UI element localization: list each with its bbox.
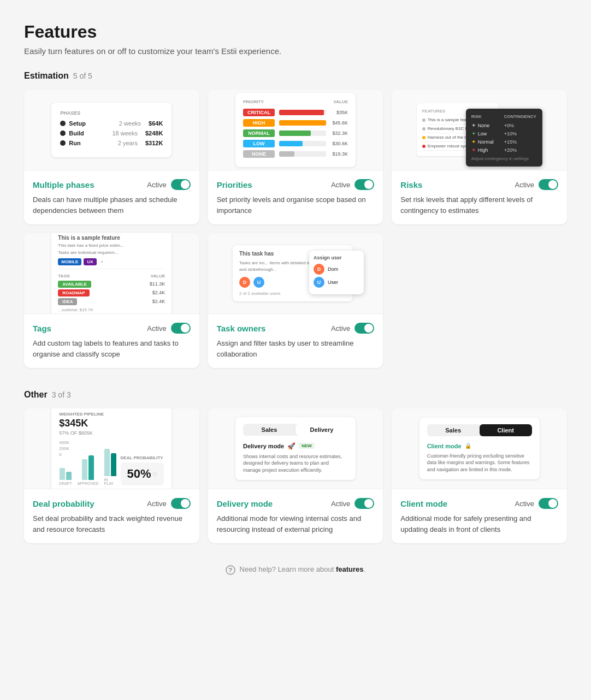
assign-avatar-user: U <box>314 277 324 288</box>
prio-label-none: NONE <box>243 150 275 158</box>
prio-val-low: $30.6K <box>330 141 348 146</box>
prio-row-normal: NORMAL $32.3K <box>243 129 348 137</box>
task-owners-desc: Assign and filter tasks by user to strea… <box>217 338 375 359</box>
prio-row-low: LOW $30.6K <box>243 140 348 147</box>
delivery-mode-toggle[interactable] <box>354 498 374 509</box>
tags-col-label: TAGS <box>58 274 70 278</box>
risks-overlay-low-label: ✦ Low <box>471 130 504 137</box>
deal-bars-area: DRAFT APPROVED <box>59 458 116 485</box>
deal-label-approved: APPROVED <box>78 482 99 485</box>
delivery-mode-desc-card: Additional mode for viewing internal cos… <box>217 513 375 535</box>
deal-chart: 400K 200K 0 DRAFT <box>59 440 116 485</box>
client-mode-body: Client mode Active Additional mode for s… <box>392 489 567 543</box>
client-mode-preview-desc: Customer-friendly pricing excluding sens… <box>427 453 532 473</box>
assign-user-dom: D Dom <box>314 264 359 275</box>
delivery-tab-sales[interactable]: Sales <box>243 424 296 436</box>
task-owners-card: This task has Tasks are inc... items wit… <box>208 233 383 368</box>
tags-val-roadmap: $2.4K <box>152 290 166 295</box>
client-tab-sales[interactable]: Sales <box>427 424 480 436</box>
prio-bar-high <box>279 120 326 126</box>
risks-overlay-high-label: ✦ High <box>471 147 504 153</box>
deal-probability-toggle[interactable] <box>171 498 191 509</box>
deal-probability-status: Active <box>147 500 166 508</box>
deal-probability-preview: WEIGHTED PIPELINE $345K 57% OF $605K 400… <box>24 408 199 489</box>
assign-name-dom: Dom <box>328 266 338 272</box>
risks-overlay-col1: RISK <box>471 114 504 119</box>
deal-sub: 57% OF $605K <box>59 430 164 436</box>
delivery-preview-content: Sales Delivery Delivery mode 🚀 NEW Shows… <box>235 417 356 480</box>
risks-overlay-low: ✦ Low +10% <box>471 130 537 137</box>
tags-card: This is a sample feature This task has a… <box>24 233 199 368</box>
priorities-header-row: Priorities Active <box>217 179 375 190</box>
tags-val-idea: $2.4K <box>152 299 166 304</box>
task-owners-status: Active <box>331 324 350 333</box>
prio-val-normal: $32.3K <box>330 130 348 136</box>
tags-feature-detail: Tasks are individual requirem... <box>58 250 165 255</box>
prio-label-critical: CRITICAL <box>243 109 275 116</box>
page-subtitle: Easily turn features on or off to custom… <box>24 46 567 56</box>
client-tab-client[interactable]: Client <box>480 424 532 436</box>
tags-table-header: TAGS VALUE <box>58 274 165 278</box>
risks-overlay-normal-label: ✦ Normal <box>471 139 504 145</box>
tags-title: Tags <box>33 324 143 333</box>
tags-preview: This is a sample feature This task has a… <box>24 233 199 314</box>
deal-pct: 50% <box>127 467 151 481</box>
delivery-mode-row: Delivery mode 🚀 NEW <box>243 442 348 450</box>
prio-val-none: $19.3K <box>330 151 348 157</box>
delivery-tab-delivery[interactable]: Delivery <box>296 424 348 436</box>
delivery-mode-icon: 🚀 <box>287 442 296 450</box>
prio-val-critical: $35K <box>330 110 348 115</box>
priorities-status: Active <box>331 181 350 189</box>
footer-features-link[interactable]: features <box>336 565 364 573</box>
tags-desc: Add custom tag labels to features and ta… <box>33 338 191 359</box>
risks-dot-3 <box>422 136 425 139</box>
deal-pct-icon: ○ <box>152 469 158 479</box>
risks-status: Active <box>515 181 534 189</box>
risks-toggle[interactable] <box>539 179 558 190</box>
tags-row-available: AVAILABLE $11.3K <box>58 281 165 288</box>
tag-chip-available: AVAILABLE <box>58 281 91 288</box>
deal-bar-approved-bars <box>82 455 94 480</box>
deal-bar-draft-2 <box>66 472 72 480</box>
client-lock-icon: 🔒 <box>465 443 471 449</box>
phases-preview-content: PHASES Setup 2 weeks $64K Build 18 weeks… <box>51 103 172 157</box>
task-owners-title: Task owners <box>217 324 327 333</box>
tag-chip-blue: MOBILE <box>58 258 81 265</box>
risks-overlay-none-label: ✦ None <box>471 122 504 128</box>
deal-probability-card: WEIGHTED PIPELINE $345K 57% OF $605K 400… <box>24 408 199 543</box>
delivery-mode-label: Delivery mode <box>243 443 284 449</box>
tag-chip-idea: IDEA <box>58 298 77 305</box>
task-owners-preview: This task has Tasks are inc... items wit… <box>208 233 383 314</box>
priorities-toggle[interactable] <box>354 179 374 190</box>
multiple-phases-title: Multiple phases <box>33 180 143 189</box>
phase-row-run: Run 2 years $312K <box>60 140 163 146</box>
delivery-mode-title: Delivery mode <box>217 499 327 508</box>
tags-toggle[interactable] <box>171 323 191 334</box>
deal-bar-approved-2 <box>88 455 94 480</box>
prio-row-none: NONE $19.3K <box>243 150 348 158</box>
tags-add[interactable]: + <box>101 259 104 264</box>
priorities-desc: Set priority levels and organise scope b… <box>217 194 375 216</box>
multiple-phases-toggle[interactable] <box>171 179 191 190</box>
priorities-col2: VALUE <box>333 99 348 104</box>
client-mode-toggle[interactable] <box>539 498 558 509</box>
multiple-phases-header-row: Multiple phases Active <box>33 179 191 190</box>
delivery-mode-card: Sales Delivery Delivery mode 🚀 NEW Shows… <box>208 408 383 543</box>
task-avatar-1: D <box>239 277 250 288</box>
tags-preview-content: This is a sample feature This task has a… <box>51 233 172 314</box>
risks-overlay-normal: ✦ Normal +15% <box>471 139 537 145</box>
task-owners-header-row: Task owners Active <box>217 323 375 334</box>
task-owners-toggle[interactable] <box>354 323 374 334</box>
estimation-section-header: Estimation 5 of 5 <box>24 71 567 81</box>
tags-row-idea: IDEA $2.4K <box>58 298 165 305</box>
risks-overlay-none: ✦ None +0% <box>471 122 537 128</box>
tags-col-value: VALUE <box>151 274 166 278</box>
help-icon: ? <box>226 565 235 575</box>
risks-preview-content: FEATURES Filter This is a sample feature… <box>417 103 542 156</box>
risks-pct-none: +0% <box>504 123 537 128</box>
deal-preview-content: WEIGHTED PIPELINE $345K 57% OF $605K 400… <box>51 408 172 489</box>
footer-help-text: Need help? <box>240 565 276 573</box>
risks-dot-1 <box>422 118 425 122</box>
multiple-phases-desc: Deals can have multiple phases and sched… <box>33 194 191 216</box>
client-mode-preview: Sales Client Client mode 🔒 Customer-frie… <box>392 408 567 489</box>
